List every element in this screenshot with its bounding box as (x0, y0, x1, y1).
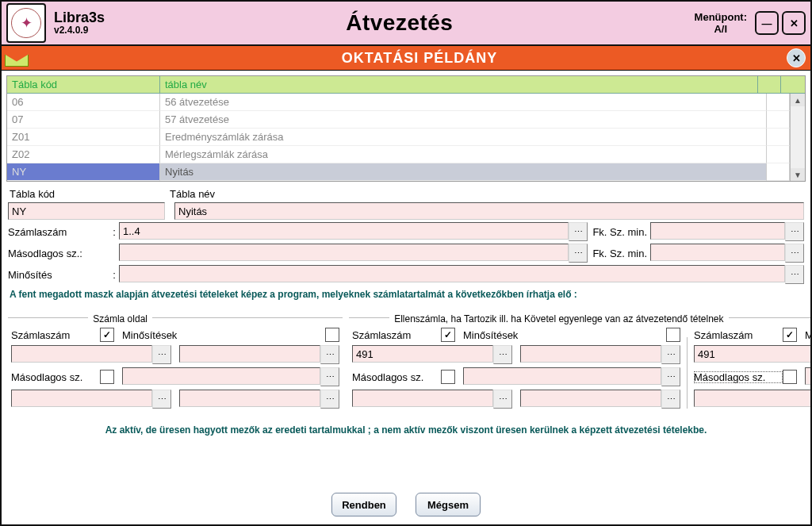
titlebar: Libra3s v2.4.0.9 Átvezetés Menüpont: A/I… (2, 2, 810, 46)
table-row[interactable]: Z01 Eredményszámlák zárása (7, 129, 790, 146)
group-qual2-input[interactable] (463, 367, 661, 385)
lov-button[interactable]: ⋯ (785, 265, 804, 284)
sec-checkbox[interactable] (441, 370, 455, 384)
close-button[interactable]: ✕ (782, 11, 806, 35)
lov-button[interactable]: ⋯ (569, 244, 588, 263)
name-input[interactable] (174, 202, 804, 220)
group-legend-left: Számla oldal (88, 313, 152, 324)
group-acct-input[interactable] (11, 345, 152, 363)
hint-text: A fent megadott maszk alapján átvezetési… (10, 289, 802, 300)
menu-label: Menüpont: A/I (695, 11, 747, 35)
acct-input[interactable] (119, 222, 569, 240)
lov-button[interactable]: ⋯ (661, 367, 680, 386)
group-acct-input[interactable] (694, 345, 812, 363)
lov-button[interactable]: ⋯ (320, 367, 339, 386)
lov-button[interactable]: ⋯ (320, 390, 339, 409)
lov-button[interactable]: ⋯ (493, 390, 512, 409)
group-qual-input[interactable] (520, 345, 661, 363)
lov-button[interactable]: ⋯ (785, 222, 804, 241)
name-label: Tábla név (168, 188, 215, 200)
grid-scrollbar[interactable]: ▲ ▼ (790, 94, 805, 181)
code-label: Tábla kód (8, 188, 168, 200)
group-qual2-input[interactable] (805, 367, 812, 385)
qual-label: Minősítés (8, 269, 109, 281)
group-account-side: Számla oldal Számlaszám Minősítések ⋯ ⋯ … (8, 306, 343, 412)
table-row[interactable]: 06 56 átvezetése (7, 94, 790, 111)
page-title: Átvezetés (105, 10, 695, 36)
group-row: Számla oldal Számlaszám Minősítések ⋯ ⋯ … (8, 301, 804, 417)
group-sec-input[interactable] (694, 390, 812, 407)
grid-rows: 06 56 átvezetése 07 57 átvezetése Z01 Er… (7, 94, 790, 181)
banner-text: OKTATÁSI PÉLDÁNY (29, 50, 810, 67)
qual-checkbox[interactable] (325, 328, 339, 342)
app-label: Libra3s v2.4.0.9 (54, 10, 105, 36)
hint-text-2: Az aktív, de üresen hagyott mezők az ere… (10, 424, 802, 436)
scroll-down-icon[interactable]: ▼ (791, 168, 805, 181)
table-row[interactable]: NY Nyitás (7, 163, 790, 181)
qual-checkbox[interactable] (666, 328, 680, 342)
lov-button[interactable]: ⋯ (569, 222, 588, 241)
grid-header: Tábla kód tábla név (7, 76, 805, 94)
code-input[interactable] (8, 202, 165, 220)
lov-button[interactable]: ⋯ (320, 345, 339, 364)
tables-grid: Tábla kód tábla név 06 56 átvezetése 07 … (6, 75, 806, 182)
training-banner: OKTATÁSI PÉLDÁNY ✕ (2, 46, 810, 71)
table-row[interactable]: Z02 Mérlegszámlák zárása (7, 146, 790, 163)
sec-input[interactable] (119, 244, 569, 261)
lov-button[interactable]: ⋯ (493, 345, 512, 364)
group-sec-input[interactable] (11, 390, 152, 407)
lov-button[interactable]: ⋯ (152, 390, 171, 409)
qual-input[interactable] (119, 265, 785, 282)
minimize-button[interactable]: — (755, 11, 779, 35)
group-acct-input[interactable] (352, 345, 493, 363)
envelope-icon[interactable] (5, 49, 29, 67)
group-sec-input[interactable] (352, 390, 493, 407)
sec-label: Másodlagos sz.: (8, 248, 109, 259)
group-qual2-input[interactable] (122, 367, 320, 385)
cancel-button[interactable]: Mégsem (416, 493, 481, 516)
lov-button[interactable]: ⋯ (661, 345, 680, 364)
fkszmin-label-1: Fk. Sz. min. (592, 226, 647, 238)
fkszmin-label-2: Fk. Sz. min. (592, 248, 647, 259)
button-row: Rendben Mégsem (2, 485, 810, 524)
acct-checkbox[interactable] (441, 328, 455, 342)
grid-header-code[interactable]: Tábla kód (7, 76, 160, 94)
group-qual-input[interactable] (179, 345, 320, 363)
sec-checkbox[interactable] (100, 370, 114, 384)
ok-button[interactable]: Rendben (331, 493, 396, 516)
detail-form: Tábla kód Tábla név Számlaszám : ⋯ Fk. S… (2, 183, 810, 445)
fkszmin-input-1[interactable] (650, 222, 785, 240)
scroll-up-icon[interactable]: ▲ (791, 94, 805, 106)
lov-button[interactable]: ⋯ (152, 345, 171, 364)
group-counter-accounts: Ellenszámla, ha Tartozik ill. ha Követel… (349, 306, 812, 412)
banner-close-button[interactable]: ✕ (787, 48, 806, 67)
sec-checkbox[interactable] (783, 370, 797, 384)
group-legend-right: Ellenszámla, ha Tartozik ill. ha Követel… (389, 313, 728, 324)
fkszmin-input-2[interactable] (650, 244, 785, 261)
app-window: Libra3s v2.4.0.9 Átvezetés Menüpont: A/I… (0, 0, 812, 526)
group-qual3-input[interactable] (520, 390, 661, 407)
group-qual3-input[interactable] (179, 390, 320, 407)
grid-header-name[interactable]: tábla név (160, 76, 758, 94)
app-name: Libra3s (54, 10, 105, 26)
lov-button[interactable]: ⋯ (661, 390, 680, 409)
acct-checkbox[interactable] (783, 328, 797, 342)
lov-button[interactable]: ⋯ (785, 244, 804, 263)
app-version: v2.4.0.9 (54, 25, 105, 36)
table-row[interactable]: 07 57 átvezetése (7, 111, 790, 129)
app-logo-icon (6, 3, 46, 43)
acct-label: Számlaszám (8, 226, 109, 238)
acct-checkbox[interactable] (100, 328, 114, 342)
